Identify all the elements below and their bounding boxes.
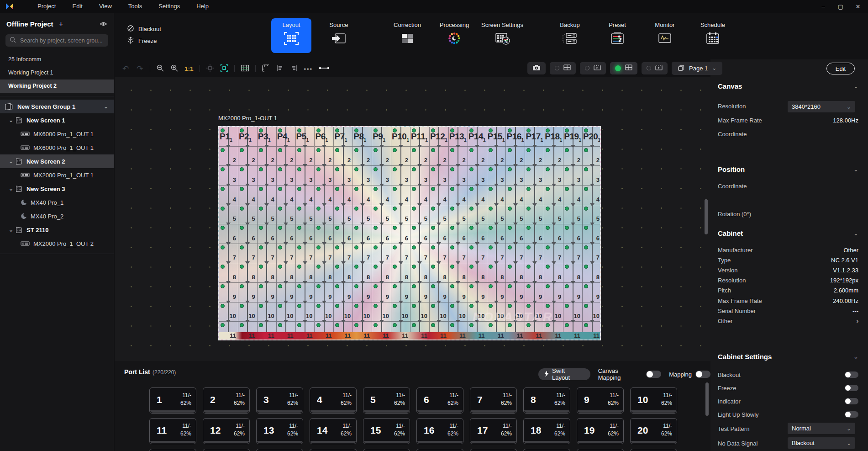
port-button-cutoff[interactable] — [310, 449, 357, 451]
port-button-17[interactable]: 1711/-62% — [470, 418, 517, 444]
zoom-in-icon[interactable] — [170, 64, 179, 74]
tab-screen-settings[interactable]: Screen Settings — [477, 18, 528, 53]
other-chevron-icon[interactable]: › — [857, 318, 858, 324]
project-item[interactable]: Working Project 1 — [0, 66, 114, 80]
tree-item-device[interactable]: MX2000 Pro_1_OUT 2 — [0, 237, 114, 250]
port-button-10[interactable]: 1011/-62% — [630, 387, 677, 414]
port-button-cutoff[interactable] — [577, 449, 624, 451]
tree-item-device[interactable]: MX2000 Pro_1_OUT 1 — [0, 168, 114, 182]
port-button-9[interactable]: 911/-62% — [577, 387, 624, 414]
chevron-down-icon[interactable]: ⌄ — [104, 104, 108, 109]
cabinet-settings-section-header[interactable]: Cabinet Settings⌄ — [718, 353, 858, 361]
blackout-toggle[interactable] — [845, 371, 858, 378]
snapshot-button[interactable] — [527, 62, 546, 74]
canvas-mapping-toggle[interactable] — [646, 371, 661, 378]
tree-item-group[interactable]: New Screen Group 1⌄ — [0, 100, 114, 113]
port-button-cutoff[interactable] — [523, 449, 570, 451]
tab-schedule[interactable]: Schedule — [687, 18, 738, 53]
edit-button[interactable]: Edit — [826, 63, 855, 74]
mapping-toggle[interactable] — [695, 371, 710, 378]
ruler-icon[interactable] — [262, 64, 270, 74]
chevron-down-icon[interactable]: ⌄ — [7, 159, 15, 164]
indicator-toggle[interactable] — [845, 398, 858, 404]
tree-item-offline-device[interactable]: MX40 Pro_1 — [0, 196, 114, 209]
eye-icon[interactable] — [100, 21, 107, 27]
project-item[interactable]: Working Project 2 — [0, 80, 114, 93]
view-toggle-film-view[interactable] — [580, 62, 606, 74]
port-button-cutoff[interactable] — [630, 449, 677, 451]
menu-item-help[interactable]: Help — [188, 0, 217, 13]
cabinet-info-row[interactable]: Other› — [718, 316, 858, 326]
position-section-header[interactable]: Position⌄ — [718, 165, 858, 173]
port-button-20[interactable]: 2011/-62% — [630, 418, 677, 444]
port-button-5[interactable]: 511/-62% — [363, 387, 410, 414]
project-item[interactable]: 25 Infocomm — [0, 53, 114, 66]
menu-item-settings[interactable]: Settings — [150, 0, 188, 13]
search-input[interactable] — [5, 34, 108, 47]
tab-monitor[interactable]: Monitor — [639, 18, 690, 53]
menu-item-view[interactable]: View — [91, 0, 120, 13]
tree-item-screen[interactable]: ⌄New Screen 1 — [0, 113, 114, 127]
align-left-icon[interactable] — [276, 64, 284, 74]
more-icon[interactable]: ••• — [304, 65, 313, 72]
menu-item-tools[interactable]: Tools — [120, 0, 150, 13]
search-field[interactable] — [19, 37, 104, 44]
view-toggle-grid-view[interactable] — [550, 62, 576, 74]
tab-layout[interactable]: Layout — [271, 18, 311, 53]
test-pattern-dropdown[interactable]: Normal⌄ — [788, 423, 855, 434]
no-data-signal-dropdown[interactable]: Blackout⌄ — [788, 437, 855, 449]
freeze-toggle[interactable] — [845, 385, 858, 391]
zoom-out-icon[interactable] — [156, 64, 164, 74]
maximize-button[interactable]: ▢ — [835, 3, 846, 10]
undo-icon[interactable]: ↶ — [122, 65, 129, 73]
quick-action-freeze[interactable]: Freeze — [127, 35, 161, 47]
tree-item-device[interactable]: MX6000 Pro_1_OUT 1 — [0, 127, 114, 141]
resolution-dropdown[interactable]: 3840*2160⌄ — [788, 101, 855, 112]
port-button-1[interactable]: 111/-62% — [149, 387, 196, 414]
scale-1-1-label[interactable]: 1:1 — [184, 65, 194, 72]
tab-preset[interactable]: Preset — [592, 18, 643, 53]
page-selector[interactable]: Page 1 ⌄ — [672, 62, 722, 75]
spacing-line-icon[interactable] — [319, 64, 330, 74]
panel-scrollbar[interactable] — [705, 382, 709, 416]
redo-icon[interactable]: ↷ — [137, 65, 143, 73]
port-button-6[interactable]: 611/-62% — [416, 387, 463, 414]
tab-source[interactable]: Source — [313, 18, 364, 53]
align-right-icon[interactable] — [290, 64, 298, 74]
port-button-11[interactable]: 1111/-62% — [149, 418, 196, 444]
port-button-12[interactable]: 1211/-62% — [203, 418, 250, 444]
tab-backup[interactable]: Backup — [544, 18, 595, 53]
tree-item-screen[interactable]: ⌄New Screen 2 — [0, 154, 114, 168]
center-canvas-icon[interactable] — [206, 64, 214, 74]
port-button-cutoff[interactable] — [256, 449, 303, 451]
view-toggle-grid-view-active[interactable] — [610, 62, 637, 74]
port-button-14[interactable]: 1411/-62% — [310, 418, 357, 444]
tree-item-screen[interactable]: ⌄ST 2110 — [0, 223, 114, 237]
panel-scrollbar[interactable] — [705, 199, 708, 234]
port-button-cutoff[interactable] — [149, 449, 196, 451]
port-button-4[interactable]: 411/-62% — [310, 387, 357, 414]
port-button-cutoff[interactable] — [363, 449, 410, 451]
port-button-3[interactable]: 311/-62% — [256, 387, 303, 414]
port-button-2[interactable]: 211/-62% — [203, 387, 250, 414]
grid-icon[interactable] — [241, 64, 249, 74]
screen-layout[interactable]: P11P21P31P41P51P61P71P81P91P101P111P121P… — [218, 126, 601, 340]
tab-correction[interactable]: Correction — [382, 18, 433, 53]
tree-item-device[interactable]: MX6000 Pro_1_OUT 1 — [0, 141, 114, 154]
port-button-19[interactable]: 1911/-62% — [577, 418, 624, 444]
swift-layout-button[interactable]: Swift Layout — [538, 368, 590, 380]
view-toggle-film-view[interactable] — [642, 62, 668, 74]
port-button-cutoff[interactable] — [416, 449, 463, 451]
port-button-13[interactable]: 1311/-62% — [256, 418, 303, 444]
menu-item-edit[interactable]: Edit — [64, 0, 90, 13]
tree-item-offline-device[interactable]: MX40 Pro_2 — [0, 209, 114, 223]
port-button-cutoff[interactable] — [203, 449, 250, 451]
chevron-down-icon[interactable]: ⌄ — [7, 186, 15, 191]
port-button-cutoff[interactable] — [470, 449, 517, 451]
close-button[interactable]: ✕ — [852, 3, 863, 10]
tab-processing[interactable]: Processing — [429, 18, 480, 53]
tree-item-screen[interactable]: ⌄New Screen 3 — [0, 182, 114, 196]
port-button-7[interactable]: 711/-62% — [470, 387, 517, 414]
minimize-button[interactable]: – — [818, 3, 829, 10]
port-button-16[interactable]: 1611/-62% — [416, 418, 463, 444]
